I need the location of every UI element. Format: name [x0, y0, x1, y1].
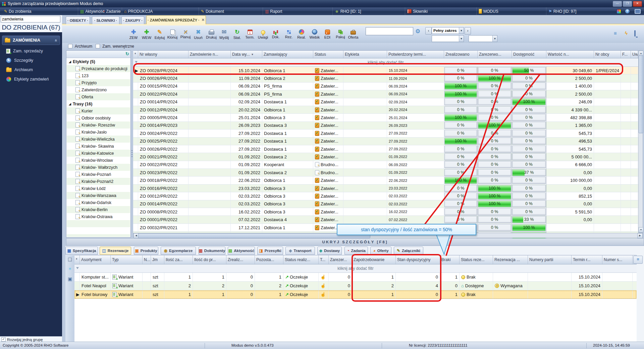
expand-group-checkbox[interactable]: ✓	[1, 337, 6, 342]
tab-egzemplarze[interactable]: ◉Egzemplarze	[161, 247, 196, 255]
toolbar-filter-input[interactable]	[366, 27, 413, 35]
order-row[interactable]: ZO 00023/PR/202201.09.2022Dostawca 2Brud…	[133, 169, 638, 177]
tree-group-etykiety-5-[interactable]: ◢Etykiety (5)	[67, 58, 130, 65]
menu-item-s-owniki[interactable]: Słowniki	[405, 7, 430, 15]
tree-item[interactable]: 123	[67, 72, 130, 79]
toolbar-button-usu[interactable]: ✖Usuń	[191, 27, 206, 42]
order-row[interactable]: ZO 00012/PR/202202.03.2022Odbiorca 3Zatw…	[133, 192, 638, 200]
menu-item-raport[interactable]: ▥Raport	[263, 7, 284, 15]
column-header-jm[interactable]: Jm	[151, 255, 164, 264]
order-row[interactable]: ZO 00024/PR/202227.09.2022Dostawca 1Zatw…	[133, 130, 638, 137]
tree-item[interactable]: Oferta	[67, 93, 130, 100]
column-header-zrealiz-[interactable]: Zrealiz...	[226, 255, 255, 264]
tree-expander-icon[interactable]: ◢	[69, 102, 71, 106]
archiwum-row[interactable]: Archiwum	[68, 44, 92, 49]
maximize-button[interactable]: ❐	[623, 1, 632, 7]
tree-item[interactable]: Kraków- Rzeszów	[67, 121, 130, 129]
toolbar-button-zew[interactable]: ✚ZEW	[126, 27, 141, 42]
order-row[interactable]: ZO 00025/PR/202227.09.2022Dostawca 1Zatw…	[133, 138, 638, 145]
order-row[interactable]: ZO 00014/PR/202202.03.2022Odbiorca 3Zatw…	[133, 200, 638, 208]
tab-przesyłki[interactable]: ◨Przesyłki	[257, 247, 283, 255]
toolbar-button-wylij[interactable]: ✉Wyślij	[217, 27, 231, 42]
tree-item[interactable]: Kraków-Poznań	[67, 171, 130, 178]
sidebar-item-archiwum[interactable]: Archiwum	[0, 65, 62, 74]
column-header-nr-obcy[interactable]: Nr obcy	[594, 51, 621, 58]
range-next-button[interactable]: ›	[465, 27, 471, 35]
column-header-zrealizowano[interactable]: Zrealizowano	[444, 51, 478, 58]
order-row[interactable]: ZO 00026/PR/202227.09.2022Dostawca 1Zatw…	[133, 145, 638, 153]
refresh-icon[interactable]: ↻	[125, 51, 129, 56]
tab-załączniki[interactable]: ✎Załączniki	[394, 247, 423, 255]
scrollbar-thumb[interactable]	[639, 55, 643, 133]
order-row[interactable]: ▶ZO 00028/PR/202415.10.2024Odbiorca 1Zat…	[133, 67, 638, 74]
filter-row[interactable]: kliknij aby dodać filtr	[74, 264, 637, 273]
tab-zadania[interactable]: ◔Zadania	[344, 247, 368, 255]
tree-item[interactable]: Kraków-Poznań2	[67, 178, 130, 185]
minimize-button[interactable]: —	[613, 1, 622, 7]
column-header-braki[interactable]: Braki	[440, 255, 460, 264]
scrollbar-thumb[interactable]	[138, 233, 370, 238]
tree-item[interactable]: Kraków-Gdańsk	[67, 199, 130, 206]
monitor-icon[interactable]	[634, 30, 636, 37]
column-header-numery-partii[interactable]: Numery partii	[528, 255, 572, 264]
sidebar-item-zamowienia[interactable]: ZAMÓWIENIA «	[2, 36, 60, 45]
tab-zamówieniasprzedaży[interactable]: · ZAMÓWIENIA SPRZEDAŻY ·✕	[146, 15, 206, 24]
filter-row[interactable]: kliknij aby dodać filtr	[133, 58, 638, 67]
order-row[interactable]: ZO 00001/PR/202207.02.2022Dostawca 4Zatw…	[133, 216, 638, 223]
reservation-row[interactable]: Fotel NeapolWariantszt2202↗Oczekuje☝0240…	[74, 282, 637, 290]
screen-icon[interactable]: ▣	[65, 276, 74, 282]
tree-item[interactable]: Kraków-Berlin	[67, 206, 130, 213]
filter-combo-1[interactable]: ▼	[432, 35, 464, 42]
palette-icon[interactable]	[616, 9, 621, 14]
vertical-scrollbar[interactable]: ▲ ▼	[638, 50, 643, 233]
tab-dokumenty[interactable]: ▥Dokumenty	[199, 247, 225, 255]
toolbar-button-term[interactable]: Term.	[243, 27, 257, 42]
menu-item-rho-id-1-[interactable]: ☻RHO [ID: 1]	[332, 7, 363, 15]
gear-icon[interactable]: ⚙	[415, 28, 420, 35]
toolbar-button-klonuj[interactable]: Klonuj	[165, 27, 180, 42]
order-row[interactable]: ZO 00022/PR/202406.09.2024PS_firmaZatwie…	[133, 90, 638, 98]
toolbar-button-wew[interactable]: ✚WEW	[139, 27, 154, 42]
column-header-ilość-za-[interactable]: Ilość za...	[164, 255, 193, 264]
tab-specyfikacja[interactable]: ▦Specyfikacja	[65, 247, 98, 255]
order-row[interactable]: ZO 00012/PR/202420.02.2024Odbiorca 1Zatw…	[133, 106, 638, 114]
column-header-termin-r-[interactable]: Termin r...	[572, 255, 602, 264]
column-header-etykieta[interactable]: Etykieta	[343, 51, 387, 58]
filter-combo-2[interactable]: ▼	[469, 35, 497, 42]
tree-item[interactable]: Przekazane do produkcji	[67, 65, 130, 72]
column-header-stan-dyspozycyjny[interactable]: Stan dyspozycyjny	[396, 255, 440, 264]
search-input[interactable]	[1, 16, 60, 22]
close-button[interactable]: ✕	[633, 1, 642, 7]
column-header-potwierdzony-termi-[interactable]: Potwierdzony termi...	[387, 51, 444, 58]
help-icon[interactable]: ?	[625, 9, 630, 13]
tree-item[interactable]: Kraków-Ostrawa	[67, 213, 130, 220]
reservation-row[interactable]: Komputer st...Wariantszt1101↗Oczekuje☝01…	[74, 273, 637, 282]
order-row[interactable]: ZO 00014/PR/202402.09.2024Dostawca 1Zatw…	[133, 98, 638, 106]
column-header-status[interactable]: Status	[313, 51, 343, 58]
toolbar-button-edi[interactable]: EDI	[320, 27, 335, 42]
order-row[interactable]: ZO 00018/PR/202222.06.2022Odbiorca 1Zatw…	[133, 177, 638, 184]
reservation-row[interactable]: ▶Fotel biurowyWariantszt1101↗Oczekuje☝01…	[74, 290, 637, 299]
collapse-chevron-icon[interactable]: «	[54, 39, 59, 41]
column-header-rezerwacja-[interactable]: Rezerwacja ...	[493, 255, 528, 264]
tab-produkty[interactable]: ▣Produkty	[134, 247, 158, 255]
list-view-icon[interactable]: ≡	[614, 30, 617, 36]
tree-group-trasy-16-[interactable]: ◢Trasy (16)	[67, 100, 130, 107]
range-selector[interactable]: Pełny zakres ▼	[432, 27, 464, 34]
tree-item[interactable]: Kraków- Skawina	[67, 143, 130, 150]
menu-item-produkcja[interactable]: ⌂PRODUKCJA	[122, 7, 155, 15]
tree-expander-icon[interactable]: ◢	[69, 60, 71, 63]
archiwum-checkbox[interactable]	[68, 44, 72, 48]
screen-share-icon[interactable]	[635, 9, 641, 14]
order-row[interactable]: ZO 00014/PR/202326.09.2023Dostawca 3Zatw…	[133, 122, 638, 130]
column-header-f-[interactable]: F...	[621, 51, 631, 58]
column-header-pozosta-[interactable]: Pozosta...	[255, 255, 283, 264]
tree-item[interactable]: Kraków-Warszawa	[67, 192, 130, 199]
column-header--[interactable]: *	[133, 51, 138, 58]
menu-item-modus[interactable]: MODUS	[476, 7, 500, 15]
hide-details-bar[interactable]: UKRYJ SZCZEGÓŁY [F8]	[66, 238, 644, 246]
column-header-n-[interactable]: N...	[143, 255, 151, 264]
tab-transport[interactable]: ◆Transport	[285, 247, 315, 255]
column-header-wartość-n-[interactable]: Wartość n...	[546, 51, 594, 58]
zam-wewnetrzne-checkbox[interactable]	[96, 44, 100, 48]
